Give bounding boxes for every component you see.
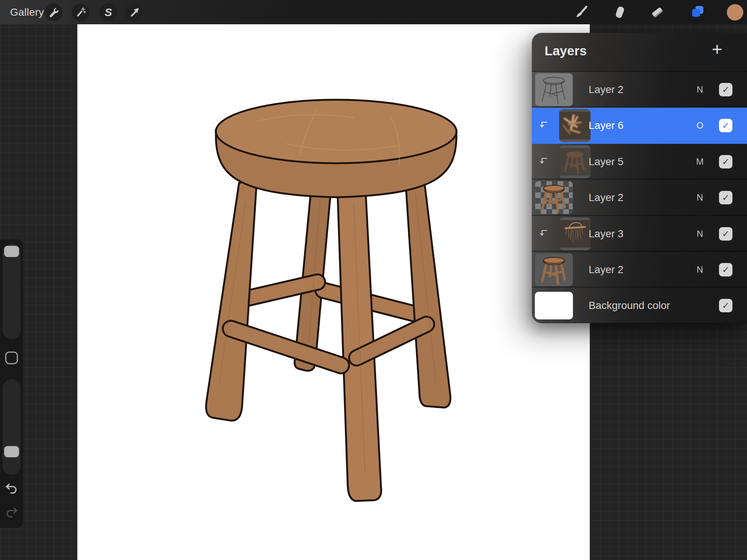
layer-visibility-checkbox[interactable]: ✓ [719, 227, 732, 241]
top-toolbar: Gallery S [0, 0, 747, 24]
layer-visibility-checkbox[interactable]: ✓ [719, 119, 732, 132]
blend-mode-button[interactable]: N [692, 72, 707, 108]
redo-button[interactable] [5, 505, 18, 519]
layer-thumbnail-background-white[interactable] [535, 292, 573, 319]
blend-mode-button[interactable]: N [692, 252, 707, 288]
blend-mode-button[interactable]: O [692, 108, 707, 143]
layer-thumbnail-stool-on-transparency[interactable] [535, 181, 573, 214]
brush-tool[interactable] [573, 4, 590, 21]
layer-visibility-checkbox[interactable]: ✓ [719, 191, 732, 204]
layer-name: Background color [589, 288, 670, 323]
layer-name: Layer 2 [589, 72, 623, 108]
clipping-mask-arrow-icon [539, 229, 549, 238]
layer-thumbnail-paint-scribble[interactable] [559, 109, 591, 142]
layer-row[interactable]: Layer 3 N ✓ [532, 216, 747, 252]
layer-row[interactable]: Layer 5 M ✓ [532, 144, 747, 180]
layer-thumbnail-stool-flat[interactable] [535, 253, 573, 286]
layer-name: Layer 6 [589, 108, 623, 143]
gallery-button[interactable]: Gallery [10, 0, 44, 24]
layer-list: Layer 2 N ✓ Layer 6 O ✓ [532, 71, 747, 323]
adjustments-button[interactable] [72, 3, 90, 21]
add-layer-button[interactable]: + [708, 41, 726, 59]
layer-thumbnail-rope-strands[interactable] [559, 217, 591, 250]
undo-arrow-icon [5, 490, 18, 496]
smudge-tool[interactable] [611, 4, 628, 21]
brush-icon [574, 5, 589, 20]
selection-button[interactable]: S [99, 3, 117, 21]
side-toolbar [0, 239, 23, 528]
layer-name: Layer 2 [589, 252, 623, 288]
color-tool[interactable] [726, 4, 744, 21]
redo-arrow-icon [5, 514, 18, 520]
layer-name: Layer 5 [589, 144, 623, 180]
layers-panel: Layers + Layer 2 N ✓ [532, 33, 747, 323]
layer-row[interactable]: Layer 2 N ✓ [532, 72, 747, 108]
layers-tool[interactable] [688, 4, 706, 21]
clipping-mask-arrow-icon [539, 120, 549, 130]
procreate-workspace: Gallery S [0, 0, 747, 560]
layer-row[interactable]: Layer 6 O ✓ [532, 108, 747, 143]
opacity-slider[interactable] [3, 379, 21, 475]
stool-artwork [77, 24, 590, 560]
wrench-icon [48, 7, 59, 18]
layer-row[interactable]: Layer 2 N ✓ [532, 180, 747, 216]
magic-wand-icon [75, 7, 86, 18]
brush-size-handle[interactable] [4, 246, 19, 257]
layer-row[interactable]: Background color ✓ [532, 288, 747, 323]
layers-panel-header: Layers + [532, 33, 747, 71]
active-color-swatch [726, 4, 744, 21]
brush-size-slider[interactable] [3, 244, 21, 339]
selection-s-icon: S [105, 6, 112, 19]
smudge-finger-icon [612, 5, 626, 19]
clipping-mask-arrow-icon [539, 157, 549, 166]
layer-thumbnail-sketch-stool[interactable] [535, 73, 573, 106]
layer-row[interactable]: Layer 2 N ✓ [532, 252, 747, 288]
layers-panel-title: Layers [545, 43, 587, 58]
layer-name: Layer 3 [589, 216, 623, 252]
blend-mode-button[interactable]: M [692, 144, 707, 180]
layer-visibility-checkbox[interactable]: ✓ [719, 155, 732, 168]
undo-button[interactable] [5, 482, 18, 495]
blend-mode-button[interactable]: N [692, 216, 707, 252]
drawing-canvas[interactable] [77, 24, 590, 560]
transform-arrow-icon [129, 7, 140, 18]
eraser-tool[interactable] [649, 4, 666, 21]
opacity-handle[interactable] [4, 446, 19, 457]
blend-mode-button[interactable]: N [692, 180, 707, 216]
layer-thumbnail-soft-shading[interactable] [559, 145, 591, 178]
modify-button[interactable] [5, 352, 18, 364]
actions-button[interactable] [44, 3, 62, 21]
eraser-icon [650, 5, 665, 20]
transform-button[interactable] [125, 3, 143, 21]
layer-visibility-checkbox[interactable]: ✓ [719, 299, 732, 312]
layer-visibility-checkbox[interactable]: ✓ [719, 263, 732, 276]
layers-icon [689, 4, 705, 20]
layer-visibility-checkbox[interactable]: ✓ [719, 83, 732, 96]
layer-name: Layer 2 [589, 180, 623, 216]
